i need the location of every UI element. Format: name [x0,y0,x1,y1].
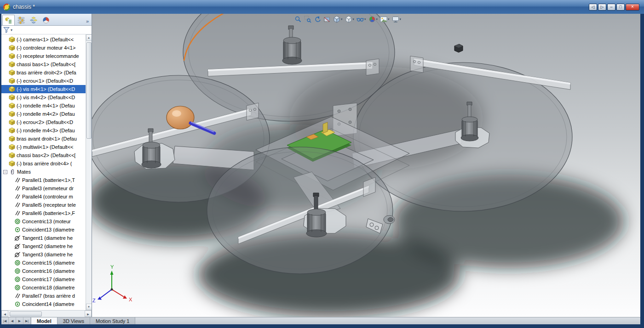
view-orientation-icon [333,16,340,23]
section-view-button[interactable] [322,15,332,24]
feature-manager-tab[interactable] [2,15,15,25]
minimize-button[interactable]: – [607,4,615,11]
tab-motion-study-1[interactable]: Motion Study 1 [90,317,135,324]
tree-item-label: (-) vis m4<1> (Default<<D [17,86,75,92]
tab-3d-views[interactable]: 3D Views [58,317,90,324]
tree-item-label: Tangent2 (diametre he [22,243,73,249]
parallel-icon [14,193,21,200]
configuration-manager-tab[interactable] [27,15,40,25]
filter-dropdown-caret-icon[interactable]: ▾ [11,28,12,32]
propeller-guard-bottom[interactable] [207,147,393,274]
tree-item-mate[interactable]: Coincident13 (diametre [1,226,86,234]
tree-item-component[interactable]: (-) rondelle m4<1> (Defau [1,102,86,110]
view-settings-button[interactable]: ▾ [391,15,402,24]
component-icon [9,86,15,92]
tab-scroll-next-button[interactable]: ▶ [16,317,23,324]
tree-item-mate[interactable]: Parallel4 (controleur m [1,192,86,201]
panel-overflow-chevron[interactable]: » [86,18,91,25]
tree-item-component[interactable]: (-) ecrou<2> (Default<<D [1,118,86,126]
tree-item-component[interactable]: (-) controleur moteur 4<1> [1,44,86,52]
rail-clamp[interactable] [410,56,423,73]
dropdown-caret-icon[interactable]: ▾ [341,17,343,21]
tree-item-component[interactable]: bras avant droit<1> (Defau [1,135,86,143]
tree-item-mate[interactable]: Tangent1 (diametre he [1,234,86,242]
tab-model[interactable]: Model [31,317,58,324]
edit-appearance-button[interactable]: ▾ [368,15,379,24]
close-button[interactable]: × [626,4,639,11]
view-orientation-button[interactable]: ▾ [332,15,344,24]
tree-item-mate[interactable]: Parallel5 (recepteur tele [1,201,86,209]
scroll-down-arrow[interactable]: ▼ [86,304,92,310]
tree-node-mates[interactable]: −Mates [1,168,86,176]
graphics-area[interactable]: Y X Z ▾▾▾▾▾▾ [92,14,640,317]
tree-item-mate[interactable]: Coincident14 (diametre [1,300,86,308]
tree-item-mate[interactable]: Tangent3 (diametre he [1,250,86,259]
tree-item-label: Concentric15 (diametre [22,260,75,266]
tab-scroll-last-button[interactable]: ▶| [23,317,31,324]
tree-item-component[interactable]: bras arrière droit<2> (Defa [1,68,86,77]
tree-item-component[interactable]: chassi bas<2> (Default<<[ [1,151,86,159]
tree-item-component[interactable]: (-) rondelle m4<2> (Defau [1,110,86,118]
tree-filter-row[interactable]: ▾ [1,26,92,34]
hide-show-items-button[interactable]: ▾ [356,15,367,24]
scroll-up-arrow[interactable]: ▲ [86,34,92,41]
tab-scroll-prev-button[interactable]: ◀ [9,317,16,324]
tree-item-mate[interactable]: Concentric17 (diametre [1,275,86,283]
collapse-expander[interactable]: − [3,170,7,174]
tree-item-mate[interactable]: Tangent2 (diametre he [1,242,86,250]
tree-item-mate[interactable]: Concentric18 (diametre [1,283,86,292]
tree-item-component[interactable]: (-) recepteur telecommande [1,52,86,60]
tree-item-component[interactable]: (-) camera<1> (Default<< [1,35,86,44]
rail-clamp[interactable] [247,103,259,120]
previous-view-button[interactable] [313,15,322,24]
next-window-button[interactable]: ▷ [598,4,606,11]
tree-item-mate[interactable]: Parallel6 (batterie<1>,F [1,209,86,217]
vertical-scroll-thumb[interactable] [86,42,92,139]
tree-item-component[interactable]: (-) bras arrière droit<4> ( [1,159,86,168]
tree-item-mate[interactable]: Parallel3 (emmeteur dr [1,184,86,192]
tree-horizontal-scrollbar[interactable]: ◀ ▶ [1,310,92,317]
model-scene[interactable]: Y X Z [92,14,640,317]
display-manager-tab[interactable] [40,15,52,25]
zoom-to-fit-button[interactable] [293,15,303,24]
tree-item-component[interactable]: (-) multiwii<1> (Default<< [1,143,86,151]
tree-vertical-scrollbar[interactable]: ▲ ▼ [86,34,92,310]
tree-item-mate[interactable]: Concentric15 (diametre [1,259,86,267]
tree-item-mate[interactable]: Concentric16 (diametre [1,267,86,275]
dropdown-caret-icon[interactable]: ▾ [353,17,355,21]
restore-button[interactable]: □ [616,4,625,11]
orange-washer[interactable] [167,106,194,129]
tree-item-label: (-) camera<1> (Default<< [17,37,74,42]
x-axis-label: X [129,297,132,302]
tree-item-label: (-) bras arrière droit<4> ( [17,161,72,166]
mates-folder-icon [9,169,16,175]
scroll-right-arrow[interactable]: ▶ [85,311,92,317]
floating-nut-ecrou[interactable] [454,44,463,52]
tree-item-component[interactable]: (-) rondelle m4<3> (Defau [1,126,86,135]
property-manager-tab[interactable] [15,15,27,25]
tree-item-component[interactable]: chassi bas<1> (Default<<[ [1,60,86,68]
prev-window-button[interactable]: ◁ [589,4,597,11]
tree-item-component[interactable]: (-) ecrou<1> (Default<<D [1,77,86,85]
zoom-to-area-button[interactable] [303,15,312,24]
coincident-icon [14,301,21,307]
feature-tree[interactable]: (-) camera<1> (Default<<(-) controleur m… [1,34,86,310]
window-title: chassis * [13,4,35,10]
apply-scene-button[interactable]: ▾ [379,15,391,24]
title-bar[interactable]: chassis * ◁ ▷ – □ × [0,0,644,14]
dropdown-caret-icon[interactable]: ▾ [376,17,378,21]
tree-item-mate[interactable]: Concentric13 (moteur [1,217,86,226]
tree-item-component[interactable]: (-) vis m4<1> (Default<<D [1,85,86,93]
rail-clamp[interactable] [366,59,379,75]
z-axis-label: Z [92,298,96,303]
tab-scroll-first-button[interactable]: |◀ [1,317,9,324]
scroll-left-arrow[interactable]: ◀ [1,311,8,317]
tree-item-mate[interactable]: Parallel1 (batterie<1>,T [1,176,86,184]
tree-item-mate[interactable]: Parallel7 (bras arrière d [1,292,86,300]
horizontal-scroll-thumb[interactable] [10,311,42,317]
display-style-button[interactable]: ▾ [344,15,356,24]
dropdown-caret-icon[interactable]: ▾ [388,17,390,21]
tree-item-component[interactable]: (-) vis m4<2> (Default<<D [1,93,86,102]
dropdown-caret-icon[interactable]: ▾ [364,17,366,21]
dropdown-caret-icon[interactable]: ▾ [400,17,402,21]
